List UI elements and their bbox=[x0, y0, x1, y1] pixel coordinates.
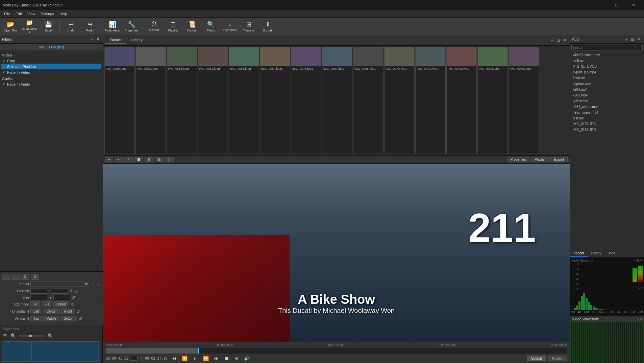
playlist-item-1[interactable]: IMG_0061.jpeg bbox=[135, 47, 166, 154]
playlist-add-button[interactable]: + bbox=[105, 157, 113, 162]
right-panel-float-icon[interactable]: ⊡ bbox=[630, 37, 635, 42]
recent-item-5[interactable]: capture.wav bbox=[571, 81, 643, 87]
volume-button[interactable]: 🔊 bbox=[243, 355, 251, 362]
playlist-minimize-icon[interactable]: − bbox=[550, 38, 554, 43]
export-action-button[interactable]: Export bbox=[550, 157, 568, 162]
history-button[interactable]: 📜 History bbox=[183, 18, 201, 35]
playlist-item-7[interactable]: IMG_0067.jpeg bbox=[322, 47, 352, 154]
maximize-button[interactable]: □ bbox=[609, 0, 624, 10]
tab-playlist[interactable]: Playlist bbox=[105, 37, 126, 44]
filter-fade-in-audio[interactable]: ✓ Fade In Audio bbox=[1, 81, 101, 87]
position-x-input[interactable]: -47 bbox=[30, 289, 47, 294]
properties-button[interactable]: 🔧 Properties bbox=[122, 18, 141, 35]
kf-menu-icon[interactable]: ☰ bbox=[2, 333, 8, 339]
h-fit-center-button[interactable]: Center bbox=[44, 309, 60, 314]
project-tab[interactable]: Project bbox=[548, 356, 567, 361]
playlist-item-9[interactable]: IMG_0070.MOV bbox=[384, 47, 415, 154]
filter-add-button[interactable]: + bbox=[2, 274, 10, 280]
playlist-item-12[interactable]: IMG_0073.jpeg bbox=[477, 47, 508, 154]
right-panel-close-icon[interactable]: ✕ bbox=[637, 37, 642, 42]
size-reset-button[interactable]: ↺ bbox=[72, 295, 75, 300]
recent-item-8[interactable]: vp9.webm bbox=[571, 98, 643, 104]
playlist-item-4[interactable]: IMG_0063.jpeg bbox=[229, 47, 259, 154]
filters-minimize-icon[interactable]: − bbox=[90, 37, 94, 42]
time-input[interactable] bbox=[131, 356, 138, 361]
recent-item-7[interactable]: x265.mp4 bbox=[571, 92, 643, 98]
v-fit-top-button[interactable]: Top bbox=[30, 316, 42, 321]
recent-item-2[interactable]: VTS_01_1.VOB bbox=[571, 64, 643, 69]
playlist-item-2[interactable]: IMG_0058.jpeg bbox=[167, 47, 197, 154]
tab-recent[interactable]: Recent bbox=[570, 250, 588, 257]
h-fit-reset-button[interactable]: ↺ bbox=[76, 309, 80, 314]
position-y-input[interactable]: -26 bbox=[51, 289, 68, 294]
recent-item-3[interactable]: export_job.mp4 bbox=[571, 69, 643, 75]
menu-view[interactable]: View bbox=[25, 11, 38, 17]
filter-crop[interactable]: ✓ Crop bbox=[1, 58, 101, 64]
playlist-item-3[interactable]: IMG_0062.jpeg bbox=[198, 47, 228, 154]
save-button[interactable]: 💾 Save bbox=[39, 18, 57, 35]
playlist-list-view-button[interactable]: ☰ bbox=[134, 157, 143, 162]
position-reset-button[interactable]: ↺ bbox=[69, 289, 73, 293]
open-file-button[interactable]: 📂 Open File bbox=[1, 18, 20, 35]
preset-remove-icon[interactable]: − bbox=[96, 281, 101, 287]
recent-search-input[interactable] bbox=[571, 45, 643, 50]
kf-zoom-out-icon[interactable]: 🔍 bbox=[9, 333, 17, 339]
recent-button[interactable]: ⏱ Recent bbox=[145, 18, 163, 35]
playlist-item-8[interactable]: IMG_0066.MOV bbox=[353, 47, 383, 154]
recent-item-12[interactable]: IMG_0187.JPG bbox=[571, 121, 643, 127]
source-tab[interactable]: Source bbox=[527, 356, 546, 361]
kf-zoom-slider[interactable] bbox=[18, 335, 45, 337]
kf-zoom-in-icon[interactable]: 🔍 bbox=[47, 333, 54, 339]
keyframes-button[interactable]: ⬦ Keyframes bbox=[221, 18, 239, 35]
size-mode-reset-button[interactable]: ↺ bbox=[71, 302, 74, 307]
recent-item-13[interactable]: IMG_0183.JPG bbox=[571, 127, 643, 133]
menu-file[interactable]: File bbox=[1, 11, 13, 17]
step-forward-button[interactable]: ⏩ bbox=[202, 355, 210, 362]
h-fit-right-button[interactable]: Right bbox=[61, 309, 75, 314]
stop-button[interactable]: ⏹ bbox=[223, 355, 230, 362]
recent-item-11[interactable]: test.mlt bbox=[571, 115, 643, 121]
playlist-close-icon[interactable]: ✕ bbox=[562, 38, 568, 43]
filters-close-icon[interactable]: ✕ bbox=[95, 37, 101, 42]
playlist-check-button[interactable]: ✓ bbox=[124, 157, 133, 162]
recent-item-9[interactable]: h264_nvenc.mp4 bbox=[571, 104, 643, 110]
playlist-item-0[interactable]: IMG_0059.jpeg bbox=[104, 47, 135, 154]
toggle-play-speed-button[interactable]: ⊞ bbox=[233, 355, 240, 362]
tab-history[interactable]: History bbox=[126, 37, 147, 44]
timeline-scrubber[interactable] bbox=[106, 348, 567, 354]
tab-jobs[interactable]: Jobs bbox=[605, 250, 619, 257]
peak-meter-button[interactable]: 📊 Peak Meter bbox=[103, 18, 122, 35]
filter-remove-button[interactable]: − bbox=[11, 274, 20, 280]
menu-edit[interactable]: Edit bbox=[13, 11, 25, 17]
export-button[interactable]: ⬆ Export bbox=[258, 18, 277, 35]
recent-item-1[interactable]: hin5.avi bbox=[571, 58, 643, 64]
close-button[interactable]: ✕ bbox=[626, 0, 641, 10]
menu-help[interactable]: Help bbox=[57, 11, 70, 17]
playlist-grid-view-button[interactable]: ⊞ bbox=[145, 157, 153, 162]
size-h-input[interactable]: 1132 bbox=[53, 295, 70, 300]
go-to-end-button[interactable]: ⏭ bbox=[213, 355, 220, 362]
size-w-input[interactable]: 2013 bbox=[30, 295, 47, 300]
recent-item-4[interactable]: 3dlut.mlt bbox=[571, 75, 643, 81]
playlist-float-icon[interactable]: ⊡ bbox=[555, 38, 561, 43]
go-to-start-button[interactable]: ⏮ bbox=[170, 355, 178, 362]
redo-button[interactable]: ↪ Redo bbox=[81, 18, 99, 35]
playlist-detail-view-button[interactable]: ⊟ bbox=[155, 157, 164, 162]
menu-settings[interactable]: Settings bbox=[38, 11, 57, 17]
properties-action-button[interactable]: Properties bbox=[507, 157, 530, 162]
step-back-button[interactable]: ⏪ bbox=[180, 355, 189, 362]
play-pause-button[interactable]: ⏯ bbox=[192, 355, 199, 362]
position-keyframe-icon[interactable]: ◇ bbox=[74, 288, 79, 294]
filters-button[interactable]: 🔍 Filters bbox=[202, 18, 220, 35]
v-fit-middle-button[interactable]: Middle bbox=[43, 316, 59, 321]
playlist-item-11[interactable]: IMG_0072.MOV bbox=[446, 47, 477, 154]
playlist-sort-button[interactable]: ⇅ bbox=[165, 157, 174, 162]
playlist-item-5[interactable]: IMG_0064.jpeg bbox=[260, 47, 290, 154]
preset-select[interactable] bbox=[30, 281, 89, 287]
open-other-button[interactable]: 📁 Open Other ▾ bbox=[20, 18, 39, 35]
timeline-button[interactable]: ⊞ Timeline bbox=[240, 18, 258, 35]
preset-add-icon[interactable]: + bbox=[91, 281, 95, 287]
playlist-item-6[interactable]: IMG_0075.jpeg bbox=[291, 47, 321, 154]
filter-fade-in-video[interactable]: ✓ Fade In Video bbox=[1, 69, 101, 75]
recent-item-0[interactable]: wide25-cinema.dv bbox=[571, 52, 643, 58]
